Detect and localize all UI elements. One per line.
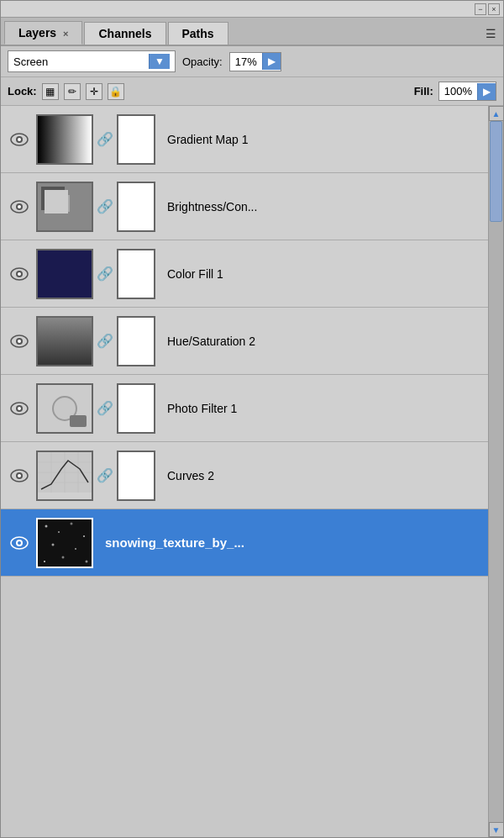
svg-rect-38 bbox=[41, 567, 53, 568]
svg-point-14 bbox=[18, 407, 21, 410]
lock-row: Lock: ▦ ✏ ✛ 🔒 Fill: 100% ▶ bbox=[1, 77, 503, 106]
layer-row[interactable]: ▲ 🔗 Photo Filter 1 bbox=[1, 375, 488, 442]
svg-point-27 bbox=[18, 541, 21, 545]
colorfill-thumb-visual bbox=[38, 250, 92, 298]
tab-paths[interactable]: Paths bbox=[168, 22, 228, 45]
layer-name: snowing_texture_by_... bbox=[105, 535, 244, 550]
fill-value[interactable]: 100% bbox=[439, 82, 477, 100]
layer-thumbnail: ► bbox=[36, 518, 93, 568]
layer-thumbnail: ▲ bbox=[36, 182, 93, 232]
snow-thumb-visual bbox=[38, 519, 92, 567]
layer-row[interactable]: ▲ 🔗 Brightness/Con... bbox=[1, 173, 488, 240]
svg-point-11 bbox=[18, 340, 21, 343]
layer-visibility-toggle[interactable] bbox=[8, 195, 31, 219]
layer-thumbnail: ▲ bbox=[36, 316, 93, 366]
thumb-footer: ▲ bbox=[38, 365, 92, 366]
fill-label: Fill: bbox=[414, 85, 433, 98]
tab-row: Layers × Channels Paths ☰ bbox=[1, 18, 503, 46]
title-bar: − × bbox=[1, 1, 503, 18]
layer-link-icon: 🔗 bbox=[97, 333, 113, 349]
layer-visibility-toggle[interactable] bbox=[8, 464, 31, 488]
layer-visibility-toggle[interactable] bbox=[8, 128, 31, 151]
lock-label: Lock: bbox=[8, 85, 37, 98]
lock-position-button[interactable]: ✛ bbox=[86, 83, 102, 100]
tab-layers-label: Layers bbox=[18, 26, 56, 40]
layer-row[interactable]: ▲ 🔗 Curves 2 bbox=[1, 442, 488, 509]
layer-name: Gradient Map 1 bbox=[167, 133, 249, 146]
layer-visibility-toggle[interactable] bbox=[8, 329, 31, 353]
opacity-arrow[interactable]: ▶ bbox=[262, 53, 281, 70]
thumb-footer-icon: ▲ bbox=[61, 231, 68, 232]
layer-row[interactable]: ▲ 🔗 Gradient Map 1 bbox=[1, 106, 488, 173]
thumb-footer: ▲ bbox=[38, 163, 92, 165]
svg-point-8 bbox=[18, 272, 21, 276]
tab-paths-label: Paths bbox=[182, 27, 214, 40]
layer-thumbnail: ▲ bbox=[36, 451, 93, 501]
scroll-down-button[interactable]: ▼ bbox=[489, 822, 504, 837]
layer-mask-thumbnail bbox=[117, 249, 155, 299]
thumb-footer: ▲ bbox=[38, 298, 92, 299]
layer-name: Hue/Saturation 2 bbox=[167, 335, 255, 348]
svg-point-17 bbox=[18, 474, 21, 477]
close-button[interactable]: × bbox=[488, 3, 500, 15]
tab-layers-close[interactable]: × bbox=[63, 29, 68, 39]
gradient-thumb-visual bbox=[38, 116, 92, 163]
layer-name: Curves 2 bbox=[167, 469, 214, 482]
layer-thumbnail-group: ▲ 🔗 bbox=[36, 383, 155, 434]
fill-field: 100% ▶ bbox=[438, 82, 496, 101]
layer-link-icon: 🔗 bbox=[97, 131, 113, 147]
layer-mask-thumbnail bbox=[117, 383, 155, 434]
scroll-track[interactable] bbox=[489, 121, 503, 822]
thumb-footer: ▲ bbox=[38, 432, 92, 434]
blend-mode-arrow[interactable]: ▼ bbox=[149, 54, 170, 69]
opacity-field: 17% ▶ bbox=[229, 52, 281, 71]
svg-point-37 bbox=[86, 560, 88, 562]
blend-mode-value: Screen bbox=[13, 55, 48, 68]
fill-section: Fill: 100% ▶ bbox=[414, 82, 496, 101]
opacity-value[interactable]: 17% bbox=[230, 53, 262, 71]
layer-mask-thumbnail bbox=[117, 182, 155, 232]
layer-thumbnail-group: ▲ 🔗 bbox=[36, 316, 155, 366]
svg-point-33 bbox=[52, 543, 55, 545]
layer-row[interactable]: ▲ 🔗 Color Fill 1 bbox=[1, 240, 488, 308]
thumb-footer-icon: ▲ bbox=[61, 298, 68, 299]
scrollbar[interactable]: ▲ ▼ bbox=[488, 106, 503, 837]
lock-all-button[interactable]: 🔒 bbox=[108, 83, 124, 100]
layer-row[interactable]: ▲ 🔗 Hue/Saturation 2 bbox=[1, 308, 488, 375]
layer-mask-thumbnail bbox=[117, 451, 155, 501]
panel-menu-button[interactable]: ☰ bbox=[481, 24, 500, 43]
layer-name: Brightness/Con... bbox=[167, 200, 257, 213]
layer-link-icon: 🔗 bbox=[97, 400, 113, 416]
hue-thumb-visual bbox=[38, 318, 92, 365]
layer-thumbnail-group: ► bbox=[36, 518, 93, 568]
tab-layers[interactable]: Layers × bbox=[4, 21, 82, 45]
layer-visibility-toggle[interactable] bbox=[8, 531, 31, 555]
layer-thumbnail-group: ▲ 🔗 bbox=[36, 114, 155, 165]
layer-link-icon: 🔗 bbox=[97, 467, 113, 483]
layer-row[interactable]: ► snowing_texture_by_... bbox=[1, 509, 488, 577]
tab-channels-label: Channels bbox=[98, 27, 151, 40]
layer-visibility-toggle[interactable] bbox=[8, 262, 31, 286]
fill-arrow[interactable]: ▶ bbox=[477, 83, 496, 100]
photo-thumb-visual bbox=[38, 385, 92, 432]
blend-opacity-row: Screen ▼ Opacity: 17% ▶ bbox=[1, 46, 503, 77]
scroll-up-button[interactable]: ▲ bbox=[489, 106, 504, 121]
blend-mode-select[interactable]: Screen ▼ bbox=[8, 50, 176, 72]
layers-container: ▲ 🔗 Gradient Map 1 bbox=[1, 106, 503, 837]
thumb-footer-icon: ▲ bbox=[61, 433, 68, 434]
minimize-button[interactable]: − bbox=[475, 3, 486, 15]
layer-name: Photo Filter 1 bbox=[167, 402, 237, 415]
layers-list: ▲ 🔗 Gradient Map 1 bbox=[1, 106, 488, 837]
layer-thumbnail-group: ▲ 🔗 bbox=[36, 182, 155, 232]
scroll-thumb[interactable] bbox=[490, 121, 502, 222]
svg-point-5 bbox=[18, 205, 21, 208]
brightness-thumb-visual bbox=[38, 183, 92, 230]
layer-link-icon: 🔗 bbox=[97, 266, 113, 282]
lock-image-button[interactable]: ✏ bbox=[64, 83, 81, 100]
layer-visibility-toggle[interactable] bbox=[8, 397, 31, 420]
layer-thumbnail-group: ▲ 🔗 bbox=[36, 249, 155, 299]
lock-transparency-button[interactable]: ▦ bbox=[42, 83, 59, 100]
thumb-footer-icon: ▲ bbox=[61, 500, 68, 501]
tab-channels[interactable]: Channels bbox=[84, 22, 165, 45]
svg-point-31 bbox=[71, 522, 73, 524]
